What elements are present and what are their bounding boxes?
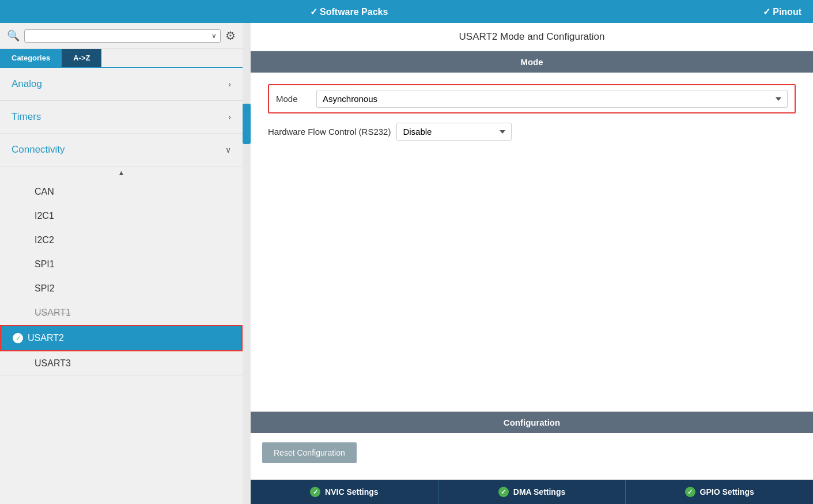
dma-label: DMA Settings bbox=[513, 487, 565, 497]
timers-label: Timers bbox=[12, 111, 41, 123]
gpio-check-icon: ✓ bbox=[685, 487, 695, 497]
mode-section-body: Mode Asynchronous Disable Synchronous Si… bbox=[251, 73, 813, 161]
spi2-label: SPI2 bbox=[35, 283, 55, 294]
subitem-usart3[interactable]: USART3 bbox=[0, 351, 243, 376]
subitem-usart1[interactable]: USART1 bbox=[0, 301, 243, 325]
i2c1-label: I2C1 bbox=[35, 211, 54, 221]
subitem-usart2[interactable]: ✓ USART2 bbox=[0, 325, 243, 351]
sidebar-item-timers[interactable]: Timers › bbox=[0, 101, 243, 134]
tab-gpio-settings[interactable]: ✓ GPIO Settings bbox=[626, 480, 813, 504]
tab-az[interactable]: A->Z bbox=[62, 49, 101, 67]
sidebar-nav: Analog › Timers › Connectivity ∨ ▲ bbox=[0, 68, 243, 504]
top-bar: ✓ Software Packs ✓ Pinout bbox=[0, 0, 813, 23]
usart2-label: USART2 bbox=[28, 333, 64, 343]
chevron-right-icon: › bbox=[228, 79, 231, 89]
chevron-down-icon: ∨ bbox=[225, 145, 231, 154]
i2c2-label: I2C2 bbox=[35, 235, 54, 245]
can-label: CAN bbox=[35, 187, 54, 197]
search-input-wrap[interactable]: ∨ bbox=[24, 29, 221, 43]
connectivity-subitems: ▲ CAN I2C1 I2C2 SPI1 bbox=[0, 166, 243, 376]
subitem-can[interactable]: CAN bbox=[0, 180, 243, 204]
chevron-up-icon: ▲ bbox=[118, 169, 125, 177]
software-packs-label: ✓ Software Packs bbox=[0, 6, 698, 17]
config-body: Reset Configuration bbox=[251, 433, 813, 479]
mode-section: Mode Mode Asynchronous Disable Synchrono… bbox=[251, 51, 813, 161]
sidebar-wrapper: 🔍 ∨ ⚙ Categories A->Z Analog › bbox=[0, 23, 251, 504]
sidebar: 🔍 ∨ ⚙ Categories A->Z Analog › bbox=[0, 23, 243, 504]
nvic-check-icon: ✓ bbox=[310, 487, 320, 497]
dma-check-icon: ✓ bbox=[498, 487, 509, 497]
config-section: Configuration Reset Configuration ✓ NVIC… bbox=[251, 411, 813, 504]
mode-section-header: Mode bbox=[251, 51, 813, 73]
subitem-i2c2[interactable]: I2C2 bbox=[0, 228, 243, 252]
subitem-i2c1[interactable]: I2C1 bbox=[0, 204, 243, 228]
search-icon: 🔍 bbox=[7, 29, 20, 42]
scroll-up-indicator[interactable]: ▲ bbox=[0, 166, 243, 180]
sidebar-tabs: Categories A->Z bbox=[0, 49, 243, 68]
sidebar-scrollbar-track[interactable] bbox=[243, 23, 251, 504]
sidebar-item-analog[interactable]: Analog › bbox=[0, 68, 243, 101]
tab-dma-settings[interactable]: ✓ DMA Settings bbox=[438, 480, 626, 504]
subitem-spi1[interactable]: SPI1 bbox=[0, 252, 243, 276]
pinout-label: ✓ Pinout bbox=[698, 6, 813, 17]
usart3-label: USART3 bbox=[35, 358, 71, 369]
mode-select[interactable]: Asynchronous Disable Synchronous Single … bbox=[316, 90, 788, 108]
flow-control-row: Hardware Flow Control (RS232) Disable CT… bbox=[268, 123, 796, 141]
nvic-label: NVIC Settings bbox=[325, 487, 379, 497]
search-input[interactable] bbox=[28, 32, 211, 40]
main-content: 🔍 ∨ ⚙ Categories A->Z Analog › bbox=[0, 23, 813, 504]
reset-configuration-button[interactable]: Reset Configuration bbox=[262, 442, 357, 463]
bottom-tabs: ✓ NVIC Settings ✓ DMA Settings ✓ GPIO Se… bbox=[251, 479, 813, 504]
chevron-right-icon: › bbox=[228, 112, 231, 122]
config-section-header: Configuration bbox=[251, 412, 813, 433]
gear-icon[interactable]: ⚙ bbox=[225, 29, 236, 43]
middle-space bbox=[251, 161, 813, 411]
mode-label: Mode bbox=[276, 94, 311, 104]
flow-control-label: Hardware Flow Control (RS232) bbox=[268, 127, 391, 137]
software-packs-text: ✓ Software Packs bbox=[310, 6, 388, 17]
search-dropdown-arrow-icon[interactable]: ∨ bbox=[211, 32, 217, 40]
flow-control-select[interactable]: Disable CTS Only RTS Only CTS/RTS bbox=[396, 123, 512, 141]
tab-nvic-settings[interactable]: ✓ NVIC Settings bbox=[251, 480, 438, 504]
connectivity-label: Connectivity bbox=[12, 144, 65, 156]
subitem-spi2[interactable]: SPI2 bbox=[0, 276, 243, 301]
pinout-text: ✓ Pinout bbox=[763, 6, 801, 17]
sidebar-search-area: 🔍 ∨ ⚙ bbox=[0, 23, 243, 49]
gpio-label: GPIO Settings bbox=[700, 487, 754, 497]
mode-row: Mode Asynchronous Disable Synchronous Si… bbox=[268, 84, 796, 113]
usart1-label: USART1 bbox=[35, 308, 71, 318]
analog-label: Analog bbox=[12, 78, 42, 90]
sidebar-item-connectivity[interactable]: Connectivity ∨ bbox=[0, 134, 243, 166]
panel-title: USART2 Mode and Configuration bbox=[251, 23, 813, 51]
usart2-check-icon: ✓ bbox=[13, 333, 23, 343]
tab-categories[interactable]: Categories bbox=[0, 49, 62, 67]
sidebar-scrollbar-thumb[interactable] bbox=[243, 104, 251, 144]
spi1-label: SPI1 bbox=[35, 259, 55, 270]
right-panel: USART2 Mode and Configuration Mode Mode … bbox=[251, 23, 813, 504]
